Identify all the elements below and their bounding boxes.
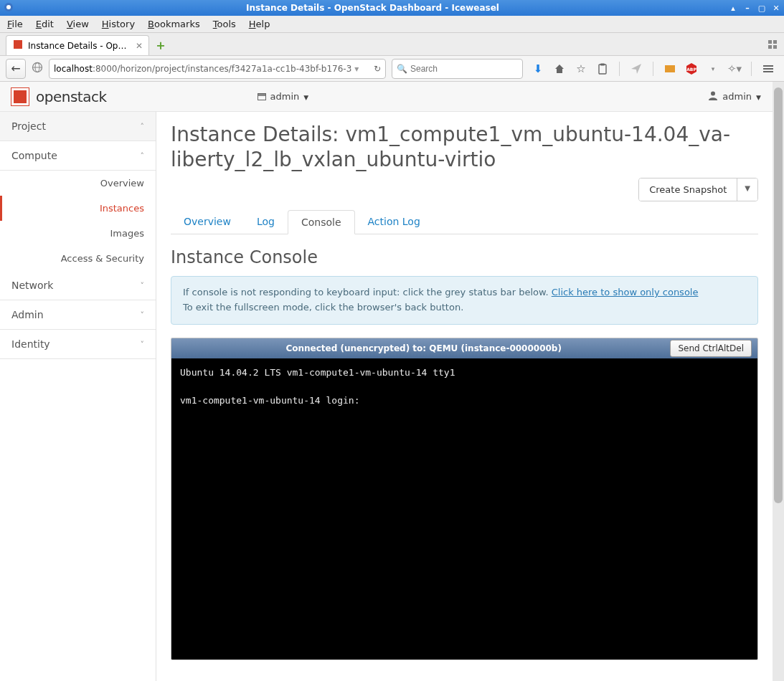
sidebar-group-label: Admin (11, 309, 44, 320)
tab-overflow-icon[interactable] (767, 39, 778, 50)
url-dropdown-icon[interactable]: ▾ (354, 64, 359, 74)
sidebar-group-label: Identity (11, 338, 50, 350)
sidebar-item-label: Images (110, 228, 145, 239)
url-host: localhost (54, 64, 93, 74)
window-title: Instance Details - OpenStack Dashboard -… (17, 3, 728, 13)
window-up-icon[interactable]: ▴ (728, 3, 738, 13)
send-ctrlaltdel-button[interactable]: Send CtrlAltDel (670, 340, 752, 357)
menu-bookmarks[interactable]: Bookmarks (148, 19, 200, 29)
tab-close-icon[interactable]: ✕ (136, 41, 143, 51)
clipboard-icon[interactable] (596, 62, 609, 75)
sidebar-group-compute[interactable]: Compute ˄ (0, 141, 156, 171)
page-title: Instance Details: vm1_compute1_vm_ubuntu… (171, 122, 758, 172)
sidebar-group-label: Compute (11, 150, 57, 161)
new-tab-button[interactable]: ＋ (152, 37, 169, 54)
svg-rect-3 (768, 40, 772, 44)
create-snapshot-split-button: Create Snapshot ▼ (638, 178, 758, 201)
sidebar-group-admin[interactable]: Admin ˅ (0, 300, 156, 330)
console-panel: Connected (unencrypted) to: QEMU (instan… (171, 338, 758, 660)
user-label: admin (722, 91, 752, 102)
svg-rect-17 (763, 71, 773, 72)
sidebar-item-overview[interactable]: Overview (0, 171, 156, 196)
home-icon[interactable] (553, 62, 566, 75)
ext-icon-2[interactable]: ✧▾ (728, 62, 741, 75)
console-only-link[interactable]: Click here to show only console (552, 287, 699, 297)
menu-edit[interactable]: Edit (36, 19, 54, 29)
window-close-icon[interactable]: ✕ (771, 3, 781, 13)
create-snapshot-dropdown[interactable]: ▼ (737, 178, 757, 201)
console-status-text: Connected (unencrypted) to: QEMU (instan… (177, 343, 670, 353)
svg-rect-12 (665, 65, 675, 72)
vnc-terminal[interactable]: Ubuntu 14.04.2 LTS vm1-compute1-vm-ubunt… (171, 358, 757, 659)
abp-menu-icon[interactable]: ▾ (707, 62, 719, 75)
sidebar-item-access-security[interactable]: Access & Security (0, 246, 156, 271)
main-content: Instance Details: vm1_compute1_vm_ubuntu… (156, 112, 773, 681)
window-titlebar: Instance Details - OpenStack Dashboard -… (0, 0, 784, 16)
terminal-line: vm1-compute1-vm-ubuntu-14 login: (180, 395, 359, 406)
browser-tab[interactable]: Instance Details - Op… ✕ (6, 35, 149, 55)
create-snapshot-button[interactable]: Create Snapshot (639, 178, 737, 201)
tab-log[interactable]: Log (244, 210, 288, 234)
chevron-down-icon: ˅ (141, 281, 145, 290)
bookmark-star-icon[interactable]: ☆ (575, 62, 587, 75)
back-button[interactable]: ← (6, 59, 26, 79)
caret-down-icon: ▼ (756, 94, 761, 101)
domain-selector[interactable]: admin ▼ (258, 91, 309, 102)
svg-point-1 (6, 5, 11, 9)
scrollbar-thumb[interactable] (774, 87, 783, 503)
svg-rect-16 (763, 68, 773, 70)
downloads-icon[interactable]: ⬇ (532, 62, 544, 75)
app-icon (3, 1, 14, 15)
chevron-up-icon: ˄ (141, 122, 145, 131)
caret-down-icon: ▼ (303, 94, 308, 101)
svg-rect-10 (599, 65, 606, 74)
window-maximize-icon[interactable]: ▢ (757, 3, 767, 13)
hamburger-menu-icon[interactable] (762, 62, 775, 75)
domain-label: admin (270, 91, 300, 102)
sidebar-group-network[interactable]: Network ˅ (0, 271, 156, 300)
tab-console[interactable]: Console (288, 210, 355, 234)
sidebar-group-label: Project (11, 120, 46, 132)
reload-icon[interactable]: ↻ (371, 64, 381, 74)
svg-rect-4 (773, 40, 777, 44)
console-info-box: If console is not responding to keyboard… (171, 276, 758, 325)
section-title: Instance Console (171, 247, 758, 267)
sidebar-item-images[interactable]: Images (0, 221, 156, 246)
chevron-down-icon: ˅ (141, 310, 145, 320)
menu-view[interactable]: View (67, 19, 89, 29)
tab-label: Instance Details - Op… (28, 41, 126, 51)
search-input[interactable] (410, 64, 518, 74)
chevron-down-icon: ˅ (141, 340, 145, 349)
sidebar-item-instances[interactable]: Instances (0, 196, 156, 221)
info-text-1: If console is not responding to keyboard… (183, 287, 552, 297)
page-scrollbar[interactable] (773, 82, 784, 681)
svg-rect-15 (763, 65, 773, 67)
menu-tools[interactable]: Tools (213, 19, 236, 29)
ext-icon-1[interactable] (663, 62, 676, 75)
brand-logo-icon (11, 88, 29, 105)
domain-icon (258, 93, 266, 100)
search-bar[interactable]: 🔍 (392, 59, 523, 79)
menu-file[interactable]: File (7, 19, 23, 29)
sidebar-group-identity[interactable]: Identity ˅ (0, 330, 156, 359)
url-path: :8000/horizon/project/instances/f3427a1a… (93, 64, 351, 74)
brand[interactable]: openstack (11, 88, 107, 105)
svg-rect-11 (600, 63, 605, 65)
svg-rect-5 (768, 45, 772, 49)
menu-history[interactable]: History (102, 19, 135, 29)
send-icon[interactable] (630, 62, 643, 75)
url-bar[interactable]: localhost:8000/horizon/project/instances… (49, 59, 386, 79)
svg-rect-2 (14, 40, 22, 49)
tab-action-log[interactable]: Action Log (355, 210, 433, 234)
tab-favicon (12, 39, 24, 52)
user-selector[interactable]: admin ▼ (708, 90, 761, 103)
info-text-2: To exit the fullscreen mode, click the b… (183, 300, 746, 315)
console-status-bar[interactable]: Connected (unencrypted) to: QEMU (instan… (171, 338, 757, 358)
svg-point-18 (711, 92, 715, 96)
chevron-up-icon: ˄ (141, 151, 145, 161)
sidebar-group-project[interactable]: Project ˄ (0, 112, 156, 141)
abp-icon[interactable]: ABP (685, 62, 698, 75)
tab-overview[interactable]: Overview (171, 210, 244, 234)
menu-help[interactable]: Help (249, 19, 270, 29)
window-minimize-icon[interactable]: – (742, 3, 752, 13)
